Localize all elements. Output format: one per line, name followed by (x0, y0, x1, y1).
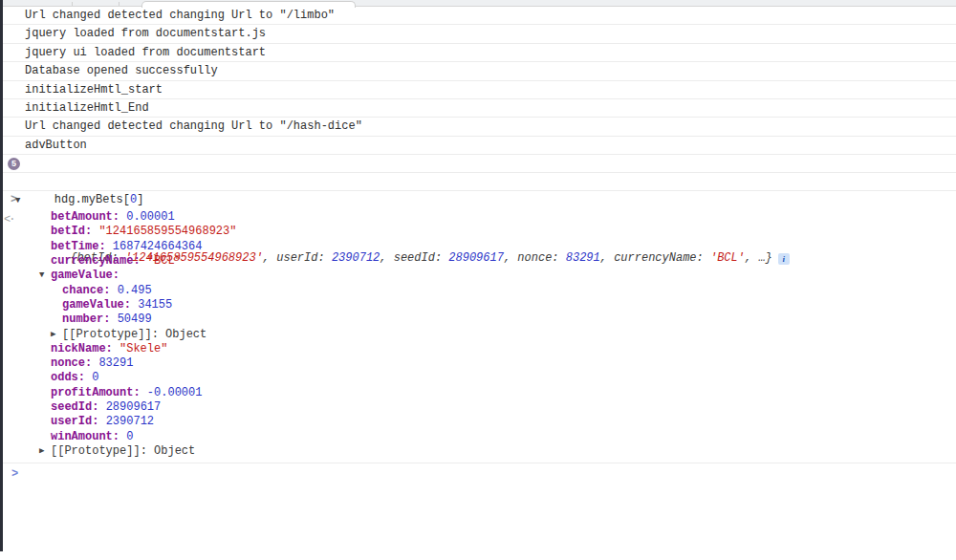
property-row: seedId28909617 (0, 400, 956, 415)
property-value: 0 (92, 371, 98, 384)
console-log-row: jquery loaded from documentstart.js (0, 25, 956, 43)
property-key: winAmount (51, 430, 126, 443)
console-log-row: Url changed detected changing Url to "/l… (0, 7, 956, 25)
console-prompt-input[interactable]: > (0, 463, 956, 485)
property-key: gameValue (62, 298, 138, 312)
property-key: currencyName (51, 254, 147, 268)
property-value: -0.00001 (147, 386, 203, 399)
prototype-row: ▶[[Prototype]]Object (0, 444, 956, 459)
property-value: 0.00001 (126, 210, 174, 224)
property-row: number50499 (0, 312, 956, 327)
property-key: odds (51, 371, 92, 384)
console-log-row: Database opened successfully (0, 62, 956, 80)
collapse-expander-icon[interactable]: ▼ (15, 191, 20, 210)
window-left-edge (0, 0, 3, 551)
property-key: nickName (51, 342, 120, 355)
console-log-row: initializeHmtl_End (0, 99, 956, 118)
property-value: "124165859554968923" (98, 225, 236, 238)
prototype-row: ▶[[Prototype]]Object (0, 328, 956, 342)
property-key: chance (62, 284, 118, 297)
property-row: nonce83291 (0, 356, 956, 371)
property-row: gameValue34155 (0, 298, 956, 312)
property-key: seedId (51, 400, 106, 414)
property-row: betAmount0.00001 (0, 210, 956, 225)
console-log-row: initializeHmtl_start (0, 81, 956, 99)
property-value: 28909617 (106, 400, 162, 414)
devtools-console: Url changed detected changing Url to "/l… (0, 7, 956, 485)
property-row: nickName"Skele" (0, 342, 956, 356)
property-key: gameValue (51, 269, 126, 282)
console-command-echo: >hdg.myBets[0] (0, 173, 956, 191)
property-row: betId"124165859554968923" (0, 225, 956, 239)
property-row: userId2390712 (0, 415, 956, 429)
property-value: 50499 (118, 312, 152, 326)
expanded-object-properties: betAmount0.00001 betId"12416585955496892… (0, 210, 956, 459)
prompt-chevron-icon: > (11, 463, 18, 485)
property-row: betTime1687424664364 (0, 240, 956, 254)
toolbar-separator (72, 2, 73, 6)
property-key: betAmount (51, 210, 126, 224)
property-value: 34155 (138, 298, 172, 312)
property-value: 0 (126, 430, 133, 443)
console-log-row: Url changed detected changing Url to "/h… (0, 118, 956, 136)
property-value: "BCL" (147, 254, 182, 268)
console-toolbar-clipped (0, 0, 956, 7)
property-row: chance0.495 (0, 284, 956, 298)
property-key: [[Prototype]] (51, 444, 154, 458)
property-key: nonce (51, 356, 98, 370)
property-key: betId (51, 225, 98, 238)
object-preview-line: <· ▼ {betId: '124165859554968923', userI… (0, 191, 956, 210)
expander-open-icon[interactable]: ▼ (39, 269, 44, 283)
property-key: betTime (51, 240, 113, 253)
repeat-count-row: 5 (0, 155, 956, 173)
property-key: number (62, 312, 118, 326)
property-row: odds0 (0, 371, 956, 385)
property-row: profitAmount-0.00001 (0, 386, 956, 400)
property-value: "Skele" (120, 342, 167, 355)
console-filter-input[interactable] (141, 1, 356, 8)
property-value: 0.495 (118, 284, 152, 297)
property-row: winAmount0 (0, 430, 956, 444)
toolbar-separator (119, 2, 120, 6)
expander-closed-icon[interactable]: ▶ (51, 328, 55, 342)
property-value: 2390712 (106, 415, 154, 428)
property-value: 83291 (98, 356, 133, 370)
property-key: [[Prototype]] (62, 328, 165, 341)
console-result: <· ▼ {betId: '124165859554968923', userI… (0, 191, 956, 463)
property-row: ▼gameValue (0, 269, 956, 283)
message-count-badge: 5 (8, 158, 20, 170)
console-log-row: advButton (0, 137, 956, 155)
property-value: Object (165, 328, 206, 341)
expander-closed-icon[interactable]: ▶ (39, 444, 44, 459)
property-value: 1687424664364 (113, 240, 203, 253)
console-log-row: jquery ui loaded from documentstart (0, 44, 956, 62)
property-key: profitAmount (51, 386, 147, 399)
property-row: currencyName"BCL" (0, 254, 956, 269)
property-value: Object (154, 444, 195, 458)
property-key: userId (51, 415, 106, 428)
